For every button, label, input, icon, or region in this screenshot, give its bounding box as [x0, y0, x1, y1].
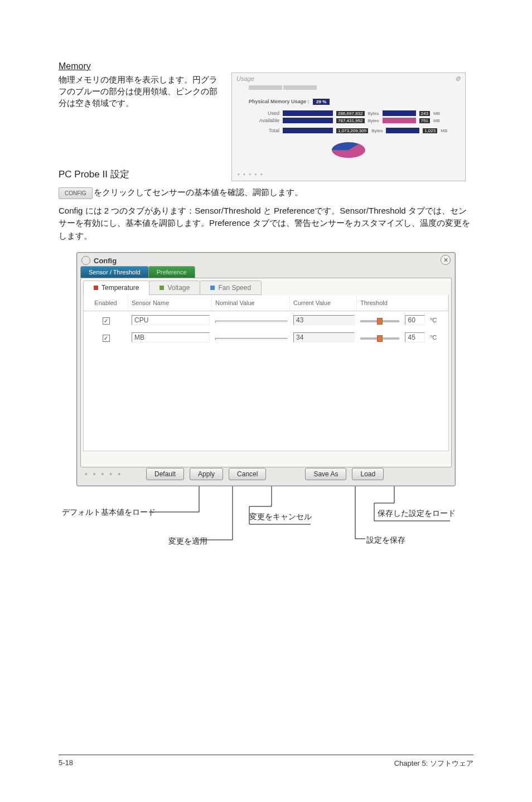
apply-button[interactable]: Apply: [190, 468, 223, 480]
page-number: 5-18: [59, 758, 73, 769]
close-icon[interactable]: ✕: [441, 255, 451, 265]
slider-cpu[interactable]: [360, 320, 403, 322]
memory-usage-panel: Usage ⚙ Physical Memory Usage : 29 % Use…: [231, 73, 466, 181]
callouts: デフォルト基本値をロード 変更をキャンセル 保存した設定をロード 変更を適用 設…: [65, 486, 467, 553]
memory-description: 物理メモリの使用率を表示します。円グラフのブルーの部分は使用領域、ピンクの部分は…: [59, 74, 220, 109]
probe-line1: をクリックしてセンサーの基本値を確認、調節します。: [94, 187, 303, 197]
load-button[interactable]: Load: [352, 468, 384, 480]
usage-title: Usage: [236, 75, 254, 83]
default-button[interactable]: Default: [146, 468, 184, 480]
callout-apply: 変更を適用: [168, 537, 207, 547]
cancel-button[interactable]: Cancel: [229, 468, 266, 480]
callout-save: 設定を保存: [366, 535, 405, 545]
table-row: ✓ CPU 43 60 °C: [84, 311, 448, 328]
col-threshold: Threshold: [357, 295, 448, 311]
col-enabled: Enabled: [84, 295, 128, 311]
nominal-mb: [215, 338, 288, 340]
col-current: Current Value: [290, 295, 357, 311]
tab-sensor-threshold[interactable]: Sensor / Threshold: [80, 266, 149, 278]
dots-icon: • • • • •: [238, 171, 264, 177]
callout-load: 保存した設定をロード: [378, 509, 456, 519]
sensor-name-cpu[interactable]: CPU: [132, 315, 210, 325]
callout-cancel: 変更をキャンセル: [249, 512, 312, 522]
config-window: Config ✕ Sensor / Threshold Preference T…: [76, 252, 456, 486]
current-mb: 34: [293, 332, 355, 342]
nominal-cpu: [215, 321, 288, 323]
tab-preference[interactable]: Preference: [148, 266, 195, 278]
table-row: ✓ MB 34 45 °C: [84, 328, 448, 346]
col-sensor-name: Sensor Name: [128, 295, 212, 311]
unit-cpu: °C: [430, 317, 437, 323]
threshold-cpu[interactable]: 60: [405, 315, 425, 325]
checkbox-cpu[interactable]: ✓: [103, 317, 110, 325]
current-cpu: 43: [293, 315, 355, 325]
inner-tab-voltage[interactable]: Voltage: [149, 281, 200, 295]
pie-chart: [326, 137, 371, 159]
config-button-inline[interactable]: CONFIG: [59, 187, 93, 199]
row-avail-label: Available: [249, 118, 279, 123]
phys-mem-label: Physical Memory Usage :: [249, 99, 309, 104]
row-used-bar: [283, 110, 333, 116]
config-icon: [81, 256, 90, 265]
inner-tab-fanspeed[interactable]: Fan Speed: [200, 281, 262, 295]
dots-icon: • • • • •: [85, 470, 146, 479]
row-total-label: Total: [249, 128, 279, 133]
threshold-mb[interactable]: 45: [405, 332, 425, 342]
sensor-name-mb[interactable]: MB: [132, 332, 210, 342]
save-as-button[interactable]: Save As: [305, 468, 346, 480]
chapter-label: Chapter 5: ソフトウェア: [394, 758, 473, 769]
checkbox-mb[interactable]: ✓: [103, 335, 110, 342]
inner-tab-temperature[interactable]: Temperature: [83, 281, 149, 295]
slider-mb[interactable]: [360, 337, 403, 340]
callout-default: デフォルト基本値をロード: [62, 508, 156, 518]
gear-icon: ⚙: [455, 75, 461, 83]
threshold-table: Enabled Sensor Name Nominal Value Curren…: [83, 295, 449, 451]
col-nominal: Nominal Value: [212, 295, 290, 311]
row-used-label: Used: [249, 110, 279, 116]
phys-mem-percent: 29 %: [313, 99, 330, 105]
memory-heading: Memory: [59, 61, 473, 71]
unit-mb: °C: [430, 334, 437, 341]
row-used-val: 286,697,832: [336, 111, 365, 116]
probe-line2: Config には 2 つのタブがあります：Sensor/Threshold と…: [59, 205, 473, 243]
config-title: Config: [94, 257, 117, 265]
